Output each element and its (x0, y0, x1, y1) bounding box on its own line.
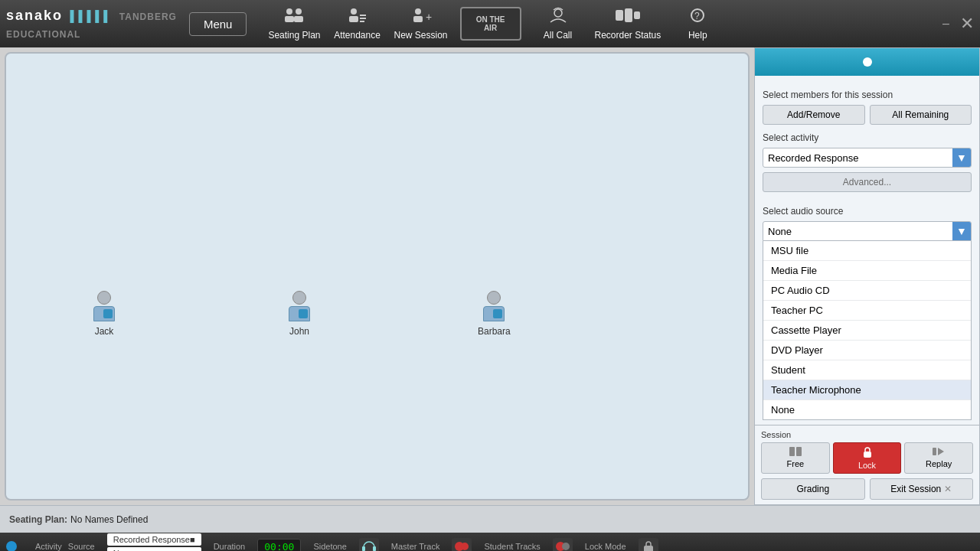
duration-label: Duration (214, 542, 246, 551)
close-button[interactable]: ✕ (960, 14, 974, 34)
all-call-icon (547, 7, 569, 28)
nav-new-session[interactable]: + New Session (387, 4, 453, 44)
lock-icon (862, 446, 873, 461)
nav-recorder-status[interactable]: Recorder Status (589, 4, 668, 44)
seating-plan-status-value: No Names Defined (70, 514, 148, 525)
free-icon (789, 446, 802, 459)
exit-session-label: Exit Session (890, 484, 941, 494)
svg-text:?: ? (694, 11, 700, 21)
activity-task-label: Activity (35, 542, 62, 551)
help-icon: ? (688, 7, 707, 28)
free-label: Free (787, 459, 805, 468)
svg-point-4 (351, 8, 357, 15)
audio-option-pc-audio[interactable]: PC Audio CD (763, 281, 971, 301)
lock-mode-icon[interactable] (639, 538, 658, 551)
topbar: sanako ▌▌▌▌▌ TANDBERGEDUCATIONAL Menu Se… (0, 0, 980, 47)
grading-button[interactable]: Grading (761, 478, 865, 500)
lock-button[interactable]: Lock (833, 442, 902, 474)
student-john-figure (286, 291, 313, 324)
svg-point-0 (286, 8, 292, 15)
session-controls: Session Free Lock (755, 425, 979, 504)
add-remove-button[interactable]: Add/Remove (763, 105, 865, 125)
svg-rect-1 (285, 16, 294, 22)
audio-option-teacher-pc[interactable]: Teacher PC (763, 301, 971, 321)
nav-attendance[interactable]: Attendance (326, 4, 387, 44)
student-jack-name: Jack (95, 326, 114, 337)
right-content: Select members for this session Add/Remo… (755, 76, 979, 425)
exit-session-icon: ✕ (944, 484, 952, 494)
sidetone-icon[interactable] (359, 538, 379, 551)
logo-text: sanako ▌▌▌▌▌ TANDBERGEDUCATIONAL (6, 6, 177, 41)
student-barbara-head (487, 291, 501, 305)
seating-plan-status-label: Seating Plan: (9, 514, 67, 525)
svg-point-26 (461, 543, 469, 550)
student-barbara-torso (483, 306, 505, 321)
svg-rect-19 (796, 447, 802, 456)
svg-rect-3 (294, 16, 303, 22)
on-air-button[interactable]: ON THE AIR (460, 7, 521, 41)
sidetone-task: Sidetone (313, 542, 346, 551)
nav-seating-plan[interactable]: Seating Plan (262, 4, 326, 44)
sidetone-label: Sidetone (313, 542, 346, 551)
activity-dropdown-arrow[interactable]: ▼ (952, 148, 971, 168)
audio-option-none[interactable]: None (763, 400, 971, 419)
student-jack-badge (103, 309, 113, 318)
exit-session-button[interactable]: Exit Session ✕ (870, 478, 974, 500)
audio-option-msu[interactable]: MSU file (763, 241, 971, 261)
activity-stop-button[interactable]: ■ (190, 535, 195, 544)
audio-dropdown-text: None (763, 226, 952, 237)
student-barbara-name: Barbara (478, 326, 511, 337)
select-audio-label: Select audio source (763, 206, 972, 217)
master-track-task: Master Track (391, 542, 440, 551)
student-barbara-badge (493, 309, 502, 318)
svg-rect-22 (933, 448, 936, 455)
student-tracks-icon[interactable] (553, 538, 573, 551)
select-members-label: Select members for this session (763, 90, 972, 100)
svg-rect-18 (789, 447, 795, 456)
replay-icon (932, 446, 946, 459)
svg-rect-24 (373, 546, 376, 551)
activity-dropdown-text: Recorded Response (763, 152, 952, 164)
duration-display: 00:00 (257, 539, 301, 552)
student-barbara-figure (480, 291, 508, 324)
audio-option-teacher-mic[interactable]: Teacher Microphone (763, 380, 971, 400)
replay-button[interactable]: Replay (904, 442, 973, 474)
lock-mode-label: Lock Mode (585, 542, 626, 551)
activity-dropdown[interactable]: Recorded Response ▼ (763, 148, 972, 168)
minimize-button[interactable]: – (942, 17, 949, 31)
nav-help[interactable]: ? Help (667, 4, 728, 44)
audio-option-cassette[interactable]: Cassette Player (763, 321, 971, 341)
audio-option-student[interactable]: Student (763, 360, 971, 380)
nav-recorder-status-label: Recorder Status (595, 30, 662, 41)
svg-rect-13 (616, 10, 623, 21)
source-value-box: None (107, 547, 201, 551)
master-track-icon[interactable] (452, 538, 472, 551)
student-john-badge (299, 309, 308, 318)
student-john-name: John (289, 326, 309, 337)
student-john[interactable]: John (286, 291, 313, 337)
student-john-torso (289, 306, 310, 321)
audio-option-media[interactable]: Media File (763, 261, 971, 281)
nav-new-session-label: New Session (394, 30, 447, 41)
activity-task-value: Recorded Response (113, 535, 190, 544)
menu-button[interactable]: Menu (189, 12, 247, 36)
advanced-button[interactable]: Advanced... (763, 172, 972, 192)
svg-point-2 (296, 8, 302, 15)
nav-all-call-label: All Call (544, 30, 572, 41)
svg-rect-29 (644, 546, 653, 551)
nav-all-call[interactable]: All Call (528, 4, 589, 44)
seating-plan-icon (283, 7, 305, 28)
svg-rect-20 (864, 452, 871, 458)
student-jack[interactable]: Jack (90, 291, 118, 337)
audio-dropdown-arrow[interactable]: ▼ (952, 221, 971, 241)
free-button[interactable]: Free (761, 442, 830, 474)
svg-rect-23 (362, 546, 365, 551)
logo-area: sanako ▌▌▌▌▌ TANDBERGEDUCATIONAL (6, 6, 177, 41)
audio-dropdown[interactable]: None ▼ (763, 221, 972, 241)
student-tracks-task: Student Tracks (484, 542, 540, 551)
audio-option-dvd[interactable]: DVD Player (763, 341, 971, 360)
lock-label: Lock (858, 461, 876, 470)
all-remaining-button[interactable]: All Remaining (870, 105, 972, 125)
member-buttons: Add/Remove All Remaining (763, 105, 972, 125)
student-barbara[interactable]: Barbara (478, 291, 511, 337)
